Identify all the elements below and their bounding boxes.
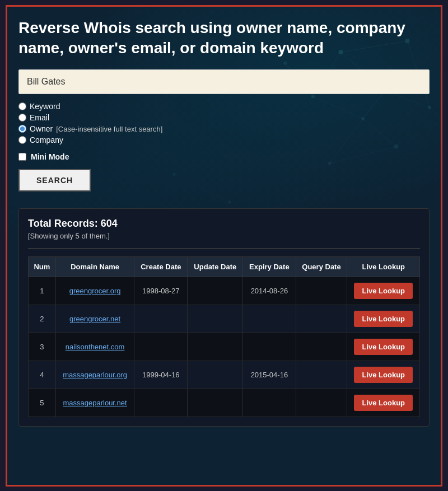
live-lookup-button[interactable]: Live Lookup [354,339,413,355]
cell-expiry-date: 2015-04-16 [243,361,296,389]
radio-email-input[interactable] [18,114,26,121]
cell-create-date: 1999-04-16 [134,361,188,389]
cell-expiry-date [243,389,296,417]
cell-query-date [296,305,347,333]
domain-link[interactable]: nailsonthenet.com [66,343,125,351]
table-row: 1greengrocer.org1998-08-272014-08-26Live… [29,277,420,305]
cell-domain[interactable]: greengrocer.org [55,277,134,305]
cell-update-date [188,277,243,305]
live-lookup-button[interactable]: Live Lookup [354,283,413,299]
search-button[interactable]: SEARCH [18,169,91,191]
domain-link[interactable]: massageparlour.net [63,399,127,407]
table-row: 3nailsonthenet.comLive Lookup [29,333,420,361]
cell-num: 5 [29,389,56,417]
cell-query-date [296,277,347,305]
radio-keyword-label: Keyword [30,102,60,111]
main-container: Reverse Whois search using owner name, c… [6,5,442,487]
search-type-radio-group: Keyword Email Owner [Case-insensitive fu… [18,102,430,144]
radio-owner-label: Owner [30,124,53,133]
col-expiry-date: Expiry Date [243,257,296,277]
live-lookup-button[interactable]: Live Lookup [354,367,413,383]
cell-domain[interactable]: nailsonthenet.com [55,333,134,361]
results-table: Num Domain Name Create Date Update Date … [28,256,420,417]
cell-domain[interactable]: massageparlour.net [55,389,134,417]
radio-company[interactable]: Company [18,135,430,144]
cell-live-lookup: Live Lookup [347,389,420,417]
cell-expiry-date [243,333,296,361]
domain-link[interactable]: massageparlour.org [63,371,127,379]
cell-create-date [134,305,188,333]
table-row: 5massageparlour.netLive Lookup [29,389,420,417]
col-update-date: Update Date [188,257,243,277]
domain-link[interactable]: greengrocer.org [69,287,121,295]
table-row: 2greengrocer.netLive Lookup [29,305,420,333]
cell-update-date [188,361,243,389]
mini-mode-container: Mini Mode [18,152,430,161]
cell-live-lookup: Live Lookup [347,333,420,361]
radio-company-label: Company [30,135,63,144]
radio-company-input[interactable] [18,136,26,144]
showing-note: [Showing only 5 of them.] [28,232,420,240]
cell-query-date [296,333,347,361]
page-title: Reverse Whois search using owner name, c… [18,18,430,59]
cell-create-date [134,333,188,361]
radio-owner-input[interactable] [18,125,26,133]
cell-update-date [188,333,243,361]
mini-mode-label: Mini Mode [31,152,69,161]
col-query-date: Query Date [296,257,347,277]
search-input[interactable] [18,69,430,94]
total-records-count: 604 [101,218,118,229]
cell-num: 4 [29,361,56,389]
col-domain: Domain Name [55,257,134,277]
owner-note: [Case-insensitive full text search] [56,125,162,133]
live-lookup-button[interactable]: Live Lookup [354,311,413,327]
total-records-header: Total Records: 604 [28,218,420,230]
cell-domain[interactable]: greengrocer.net [55,305,134,333]
table-row: 4massageparlour.org1999-04-162015-04-16L… [29,361,420,389]
cell-num: 2 [29,305,56,333]
radio-keyword-input[interactable] [18,102,26,110]
cell-update-date [188,305,243,333]
total-records-label: Total Records: [28,218,98,229]
cell-domain[interactable]: massageparlour.org [55,361,134,389]
live-lookup-button[interactable]: Live Lookup [354,395,413,411]
col-create-date: Create Date [134,257,188,277]
cell-query-date [296,361,347,389]
radio-email[interactable]: Email [18,113,430,122]
search-input-container [18,69,430,94]
cell-num: 1 [29,277,56,305]
cell-create-date: 1998-08-27 [134,277,188,305]
mini-mode-checkbox[interactable] [18,153,26,161]
cell-live-lookup: Live Lookup [347,305,420,333]
radio-owner[interactable]: Owner [Case-insensitive full text search… [18,124,430,133]
table-header-row: Num Domain Name Create Date Update Date … [29,257,420,277]
domain-link[interactable]: greengrocer.net [69,315,120,323]
col-live-lookup: Live Lookup [347,257,420,277]
cell-live-lookup: Live Lookup [347,361,420,389]
cell-update-date [188,389,243,417]
cell-create-date [134,389,188,417]
cell-expiry-date: 2014-08-26 [243,277,296,305]
results-container: Total Records: 604 [Showing only 5 of th… [18,208,430,427]
cell-query-date [296,389,347,417]
radio-email-label: Email [30,113,49,122]
radio-keyword[interactable]: Keyword [18,102,430,111]
cell-live-lookup: Live Lookup [347,277,420,305]
cell-num: 3 [29,333,56,361]
divider [28,248,420,249]
col-num: Num [29,257,56,277]
cell-expiry-date [243,305,296,333]
